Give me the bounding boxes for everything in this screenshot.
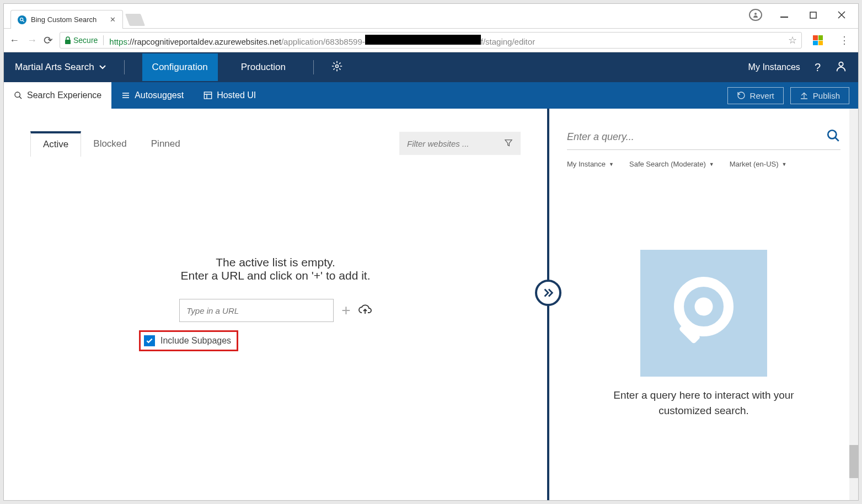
browser-window: Bing Custom Search ✕ ← → ⟳ Secure ht xyxy=(3,3,859,501)
revert-button[interactable]: Revert xyxy=(727,87,784,104)
dropdown-label: My Instance xyxy=(567,160,606,168)
extension-icon[interactable] xyxy=(813,35,823,45)
market-dropdown[interactable]: Market (en-US) ▼ xyxy=(730,160,787,168)
app-name-label: Martial Arts Search xyxy=(15,62,94,73)
caret-down-icon: ▼ xyxy=(709,162,714,167)
tab-close-icon[interactable]: ✕ xyxy=(110,15,116,24)
svg-point-11 xyxy=(695,297,713,315)
url-text: https://rapcognitiveportaldev.azurewebsi… xyxy=(109,35,535,46)
tab-search-experience[interactable]: Search Experience xyxy=(4,82,111,109)
preview-filters: My Instance ▼ Safe Search (Moderate) ▼ M… xyxy=(567,160,840,168)
query-input[interactable] xyxy=(567,131,826,143)
tab-active[interactable]: Active xyxy=(30,131,81,157)
scrollbar-thumb[interactable] xyxy=(849,445,858,478)
vertical-scrollbar[interactable] xyxy=(849,109,858,500)
browser-menu-icon[interactable]: ⋮ xyxy=(836,34,853,46)
bookmark-star-icon[interactable]: ☆ xyxy=(788,34,797,46)
safesearch-dropdown[interactable]: Safe Search (Moderate) ▼ xyxy=(629,160,714,168)
cloud-upload-icon[interactable] xyxy=(358,304,372,317)
svg-rect-2 xyxy=(780,17,788,18)
divider xyxy=(313,60,314,74)
svg-point-9 xyxy=(828,130,836,138)
tab-pinned[interactable]: Pinned xyxy=(139,131,192,156)
preview-placeholder: Enter a query here to interact with your… xyxy=(567,168,840,500)
filter-icon[interactable] xyxy=(504,138,513,149)
lock-icon xyxy=(65,36,71,44)
new-tab-button[interactable] xyxy=(125,14,145,26)
window-close-icon[interactable] xyxy=(835,11,848,19)
reload-button[interactable]: ⟳ xyxy=(44,34,53,47)
tab-hosted-ui[interactable]: Hosted UI xyxy=(194,82,266,109)
svg-rect-4 xyxy=(65,40,71,44)
revert-icon xyxy=(737,91,746,100)
list-tabs: Active Blocked Pinned Filter websites ..… xyxy=(30,131,521,157)
app-subheader: Search Experience Autosuggest Hosted UI … xyxy=(4,82,858,109)
caret-down-icon: ▼ xyxy=(782,162,787,167)
list-icon xyxy=(121,91,130,100)
forward-button[interactable]: → xyxy=(27,35,37,46)
query-row xyxy=(567,128,840,150)
empty-line1: The active list is empty. xyxy=(30,256,521,269)
filter-placeholder: Filter websites ... xyxy=(407,139,469,148)
window-maximize-icon[interactable] xyxy=(806,12,820,19)
tab-label: Autosuggest xyxy=(135,90,184,100)
svg-point-1 xyxy=(754,13,757,15)
filter-websites-input[interactable]: Filter websites ... xyxy=(399,132,521,155)
browser-user-icon[interactable] xyxy=(749,9,762,21)
tab-title: Bing Custom Search xyxy=(31,15,97,24)
redacted-segment xyxy=(365,35,481,45)
button-label: Revert xyxy=(750,91,774,100)
tab-label: Hosted UI xyxy=(217,90,256,100)
layout-icon xyxy=(204,91,212,100)
instance-dropdown[interactable]: My Instance ▼ xyxy=(567,160,614,168)
publish-icon xyxy=(800,91,809,100)
search-icon xyxy=(826,128,840,143)
dropdown-label: Market (en-US) xyxy=(730,160,779,168)
browser-titlebar: Bing Custom Search ✕ xyxy=(4,4,858,28)
tab-blocked[interactable]: Blocked xyxy=(81,131,138,156)
window-minimize-icon[interactable] xyxy=(778,11,791,19)
divider xyxy=(124,60,125,74)
nav-configuration[interactable]: Configuration xyxy=(142,53,218,81)
back-button[interactable]: ← xyxy=(9,35,19,46)
add-button[interactable]: + xyxy=(341,302,350,319)
secure-indicator: Secure xyxy=(65,36,98,45)
browser-addressbar: ← → ⟳ Secure https://rapcognitiveportald… xyxy=(4,28,858,52)
double-chevron-right-icon xyxy=(542,287,554,299)
empty-state: The active list is empty. Enter a URL an… xyxy=(30,256,521,282)
magnifier-icon xyxy=(662,272,745,355)
app-header: Martial Arts Search Configuration Produc… xyxy=(4,52,858,82)
svg-point-7 xyxy=(15,92,20,97)
publish-button[interactable]: Publish xyxy=(790,87,849,104)
url-input[interactable] xyxy=(179,299,334,322)
search-icon xyxy=(14,91,23,100)
expand-collapse-button[interactable] xyxy=(535,280,561,306)
settings-gear-icon[interactable] xyxy=(331,61,342,74)
user-profile-icon[interactable] xyxy=(835,60,847,74)
left-panel: Active Blocked Pinned Filter websites ..… xyxy=(4,109,547,500)
placeholder-tile xyxy=(640,250,767,377)
url-input-row: + xyxy=(30,299,521,322)
caret-down-icon: ▼ xyxy=(609,162,614,167)
svg-rect-8 xyxy=(204,92,211,99)
header-right: My Instances ? xyxy=(748,60,847,74)
svg-point-0 xyxy=(20,18,23,20)
secure-label: Secure xyxy=(73,36,98,45)
tab-autosuggest[interactable]: Autosuggest xyxy=(111,82,194,109)
svg-point-5 xyxy=(336,65,339,68)
tab-label: Search Experience xyxy=(27,90,101,100)
nav-arrows: ← → xyxy=(9,35,37,46)
app-name-dropdown[interactable]: Martial Arts Search xyxy=(15,62,106,73)
window-controls xyxy=(739,4,858,26)
empty-line2: Enter a URL and click on '+' to add it. xyxy=(30,269,521,282)
my-instances-link[interactable]: My Instances xyxy=(748,62,800,72)
browser-tab[interactable]: Bing Custom Search ✕ xyxy=(10,10,123,29)
divider xyxy=(103,35,104,45)
search-button[interactable] xyxy=(826,128,840,145)
include-subpages-checkbox[interactable] xyxy=(144,335,155,346)
nav-production[interactable]: Production xyxy=(231,53,296,81)
help-icon[interactable]: ? xyxy=(815,61,821,74)
button-label: Publish xyxy=(813,91,840,100)
url-box[interactable]: Secure https://rapcognitiveportaldev.azu… xyxy=(60,32,802,49)
vertical-splitter[interactable] xyxy=(547,109,549,500)
